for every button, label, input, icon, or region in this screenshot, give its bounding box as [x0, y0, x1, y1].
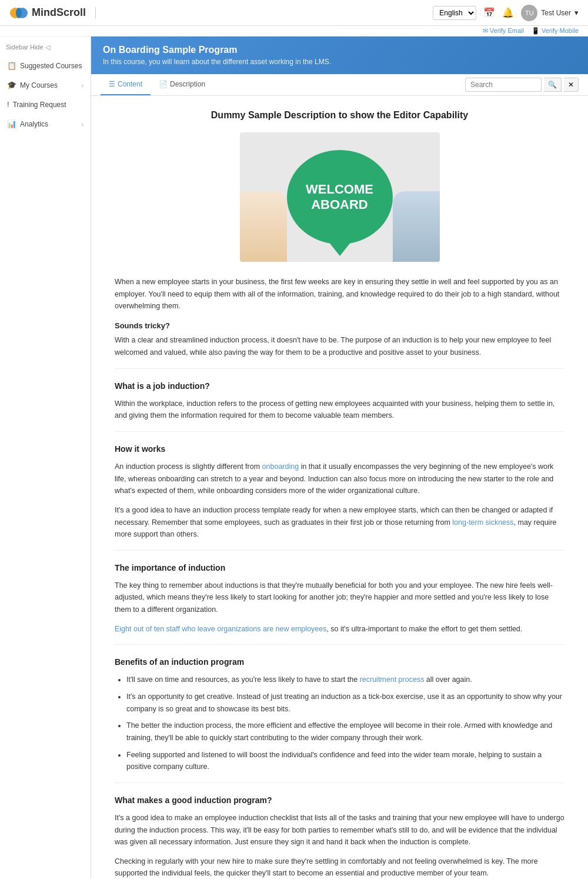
divider-4: [115, 644, 564, 645]
sidebar-label-analytics: Analytics: [20, 120, 48, 128]
benefit-4: Feeling supported and listened to will b…: [126, 749, 564, 773]
sidebar-label-suggested-courses: Suggested Courses: [20, 62, 82, 70]
user-dropdown-icon: ▾: [574, 8, 579, 17]
how-it-works-body1-pre: An induction process is slightly differe…: [115, 462, 262, 471]
sidebar-item-training-request-left: ! Training Request: [7, 100, 66, 109]
sidebar-item-analytics[interactable]: 📊 Analytics ›: [0, 114, 91, 134]
sidebar-label-training-request: Training Request: [13, 101, 66, 109]
main-layout: Sidebar Hide ◁ 📋 Suggested Courses 🎓 My …: [0, 36, 588, 879]
description-tab-icon: 📄: [159, 80, 168, 88]
sounds-tricky-heading: Sounds tricky?: [115, 319, 564, 332]
user-name: Test User: [541, 9, 571, 17]
long-term-sickness-link[interactable]: long-term sickness: [452, 518, 513, 527]
how-it-works-body1: An induction process is slightly differe…: [115, 461, 564, 497]
importance-heading: The importance of induction: [115, 561, 564, 575]
verify-email-link[interactable]: ✉ Verify Email: [483, 27, 524, 34]
user-menu[interactable]: TU Test User ▾: [521, 5, 579, 21]
logo-icon: [9, 4, 28, 22]
header-divider: [95, 7, 96, 19]
importance-body: The key thing to remember about inductio…: [115, 580, 564, 616]
welcome-image-container: WELCOMEABOARD: [115, 132, 564, 262]
description-tab-label: Description: [170, 80, 205, 88]
search-button[interactable]: 🔍: [544, 78, 562, 92]
onboarding-link[interactable]: onboarding: [262, 462, 299, 471]
analytics-chevron-icon: ›: [81, 121, 83, 128]
sidebar-item-suggested-courses-left: 📋 Suggested Courses: [7, 61, 82, 70]
analytics-icon: 📊: [7, 119, 16, 128]
sidebar-item-my-courses-left: 🎓 My Courses: [7, 81, 58, 89]
benefit1-pre: It'll save on time and resources, as you…: [126, 675, 360, 684]
divider-3: [115, 550, 564, 551]
eight-out-of-ten-link[interactable]: Eight out of ten staff who leave organiz…: [115, 625, 326, 633]
search-input[interactable]: [465, 78, 542, 92]
verify-mobile-link[interactable]: 📱 Verify Mobile: [532, 27, 579, 34]
training-request-icon: !: [7, 100, 9, 109]
divider-1: [115, 368, 564, 369]
language-select[interactable]: English: [433, 6, 476, 20]
what-is-body: Within the workplace, induction refers t…: [115, 398, 564, 422]
article-body: When a new employee starts in your busin…: [115, 276, 564, 879]
logo-area: MindScroll: [9, 4, 102, 22]
how-it-works-heading: How it works: [115, 442, 564, 456]
app-title: MindScroll: [32, 6, 86, 19]
good-program-body2: Checking in regularly with your new hire…: [115, 855, 564, 879]
benefit-1: It'll save on time and resources, as you…: [126, 674, 564, 686]
sidebar-label-my-courses: My Courses: [20, 81, 58, 89]
content-tab-label: Content: [118, 80, 142, 88]
course-header: On Boarding Sample Program In this cours…: [91, 36, 588, 74]
my-courses-icon: 🎓: [7, 81, 16, 89]
good-program-body1: It's a good idea to make an employee ind…: [115, 812, 564, 848]
sidebar: Sidebar Hide ◁ 📋 Suggested Courses 🎓 My …: [0, 36, 91, 879]
header-right: English 📅 🔔 TU Test User ▾: [433, 5, 579, 21]
sidebar-item-my-courses[interactable]: 🎓 My Courses ›: [0, 75, 91, 95]
benefit1-post: all over again.: [424, 675, 472, 684]
sidebar-toggle-label[interactable]: Sidebar Hide ◁: [6, 44, 50, 51]
benefit-2: It's an opportunity to get creative. Ins…: [126, 691, 564, 715]
sounds-tricky-body: With a clear and streamlined induction p…: [115, 334, 564, 358]
divider-5: [115, 783, 564, 783]
suggested-courses-icon: 📋: [7, 61, 16, 70]
avatar: TU: [521, 5, 537, 21]
content-title: Dummy Sample Description to show the Edi…: [115, 110, 564, 121]
verify-bar: ✉ Verify Email 📱 Verify Mobile: [0, 26, 588, 36]
importance-link-suffix: , so it's ultra-important to make the ef…: [326, 625, 522, 633]
course-subtitle: In this course, you will learn about the…: [103, 58, 576, 66]
bell-icon[interactable]: 🔔: [502, 7, 514, 18]
search-clear-button[interactable]: ✕: [564, 78, 579, 92]
what-is-heading: What is a job induction?: [115, 379, 564, 393]
benefits-list: It'll save on time and resources, as you…: [126, 674, 564, 773]
tabs-left: ☰ Content 📄 Description: [101, 74, 213, 95]
hands-right-image: [393, 191, 440, 262]
good-program-heading: What makes a good induction program?: [115, 794, 564, 807]
tab-content[interactable]: ☰ Content: [101, 74, 151, 95]
welcome-text: WELCOMEABOARD: [306, 182, 373, 213]
calendar-icon[interactable]: 📅: [483, 7, 495, 18]
importance-link-paragraph: Eight out of ten staff who leave organiz…: [115, 623, 564, 635]
sidebar-item-analytics-left: 📊 Analytics: [7, 119, 48, 128]
benefits-heading: Benefits of an induction program: [115, 655, 564, 669]
content-area: Dummy Sample Description to show the Edi…: [91, 96, 588, 879]
content-tab-icon: ☰: [109, 80, 115, 88]
tab-description[interactable]: 📄 Description: [151, 74, 213, 95]
hands-left-image: [240, 191, 287, 262]
sidebar-header: Sidebar Hide ◁: [0, 41, 91, 56]
sidebar-item-training-request[interactable]: ! Training Request: [0, 95, 91, 114]
recruitment-process-link[interactable]: recruitment process: [360, 675, 425, 684]
benefit-3: The better the induction process, the mo…: [126, 720, 564, 744]
app-header: MindScroll English 📅 🔔 TU Test User ▾: [0, 0, 588, 26]
my-courses-chevron-icon: ›: [81, 82, 83, 89]
intro-paragraph: When a new employee starts in your busin…: [115, 276, 564, 312]
welcome-image: WELCOMEABOARD: [240, 132, 440, 262]
course-title: On Boarding Sample Program: [103, 45, 576, 55]
svg-point-2: [16, 8, 22, 18]
divider-2: [115, 431, 564, 432]
sidebar-item-suggested-courses[interactable]: 📋 Suggested Courses: [0, 56, 91, 75]
tabs-bar: ☰ Content 📄 Description 🔍 ✕: [91, 74, 588, 96]
search-area: 🔍 ✕: [465, 78, 579, 92]
main-content: On Boarding Sample Program In this cours…: [91, 36, 588, 879]
speech-bubble: WELCOMEABOARD: [287, 150, 393, 244]
how-it-works-body2: It's a good idea to have an induction pr…: [115, 504, 564, 541]
